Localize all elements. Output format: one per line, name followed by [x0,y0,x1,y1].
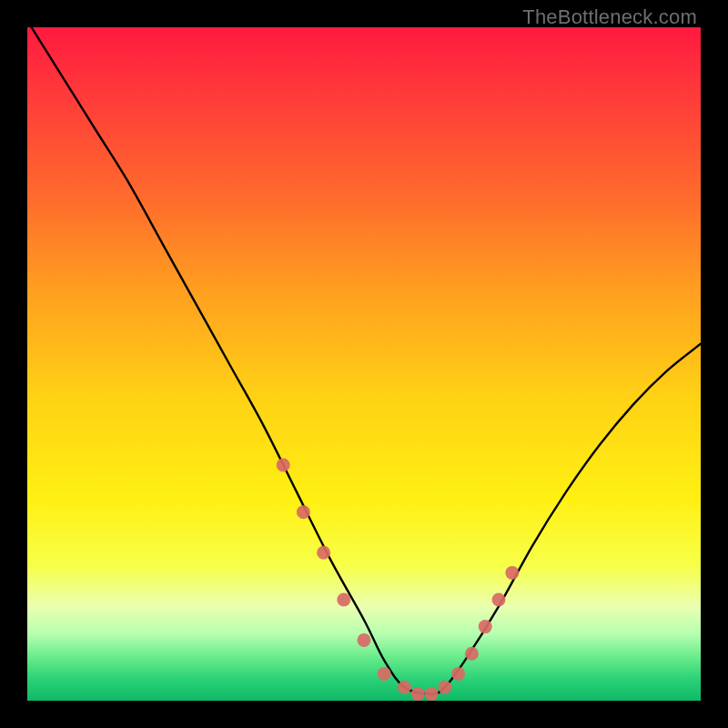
emphasis-dot [297,505,310,519]
chart-frame: TheBottleneck.com [0,0,728,728]
emphasis-dot [451,667,465,681]
emphasis-dot [465,647,479,661]
plot-area [27,27,701,701]
bottleneck-curve [27,27,701,694]
emphasis-dot [277,459,290,472]
emphasis-dot [492,593,506,607]
emphasis-dot [505,566,519,580]
emphasis-dot [425,687,439,701]
emphasis-dot [337,593,350,607]
curve-layer [27,27,701,701]
emphasis-dot [479,620,492,633]
watermark-text: TheBottleneck.com [522,5,697,29]
emphasis-dot [438,681,451,694]
emphasis-dot [398,681,411,694]
emphasis-dot [378,667,391,681]
emphasis-dots [277,459,520,702]
emphasis-dot [358,633,371,647]
emphasis-dot [317,546,330,560]
emphasis-dot [411,687,425,701]
